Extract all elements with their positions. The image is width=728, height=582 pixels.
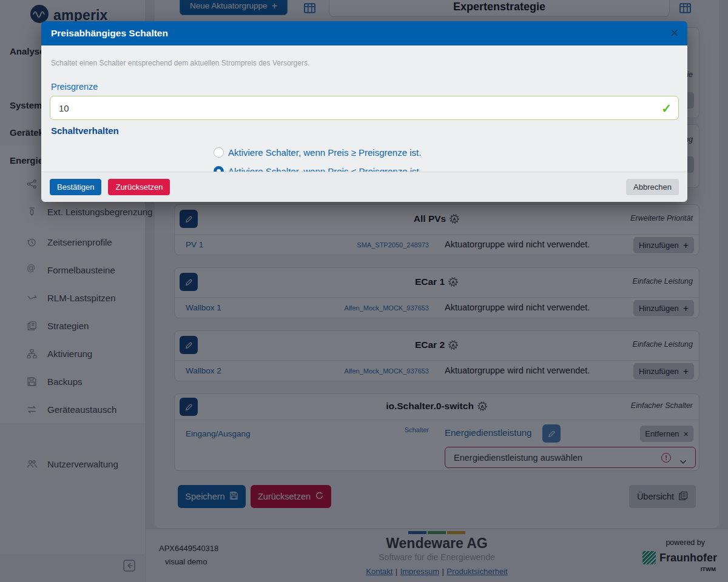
modal-header: Preisabhängiges Schalten × xyxy=(41,21,687,45)
radio-label-price-above[interactable]: Aktiviere Schalter, wenn Preis ≥ Preisgr… xyxy=(228,147,421,158)
modal-title: Preisabhängiges Schalten xyxy=(51,28,168,39)
modal-reset-button[interactable]: Zurücksetzen xyxy=(108,179,170,195)
close-icon[interactable]: × xyxy=(670,24,679,42)
behavior-label: Schaltverhalten xyxy=(51,125,119,136)
modal-description: Schaltet einen Schalter entsprechend dem… xyxy=(51,59,309,67)
radio-price-above[interactable] xyxy=(214,147,224,158)
modal-footer: Bestätigen Zurücksetzen Abbrechen xyxy=(41,172,687,202)
price-switching-modal: Preisabhängiges Schalten × Schaltet eine… xyxy=(41,21,687,202)
confirm-button[interactable]: Bestätigen xyxy=(50,179,101,195)
modal-body: Schaltet einen Schalter entsprechend dem… xyxy=(41,45,687,172)
price-limit-input[interactable] xyxy=(50,96,679,120)
app-root: amperix Analyse Systemkonfiguration Gerä… xyxy=(0,0,728,582)
price-limit-label: Preisgrenze xyxy=(51,82,98,92)
cancel-button[interactable]: Abbrechen xyxy=(626,179,679,195)
valid-check-icon: ✓ xyxy=(661,101,672,116)
